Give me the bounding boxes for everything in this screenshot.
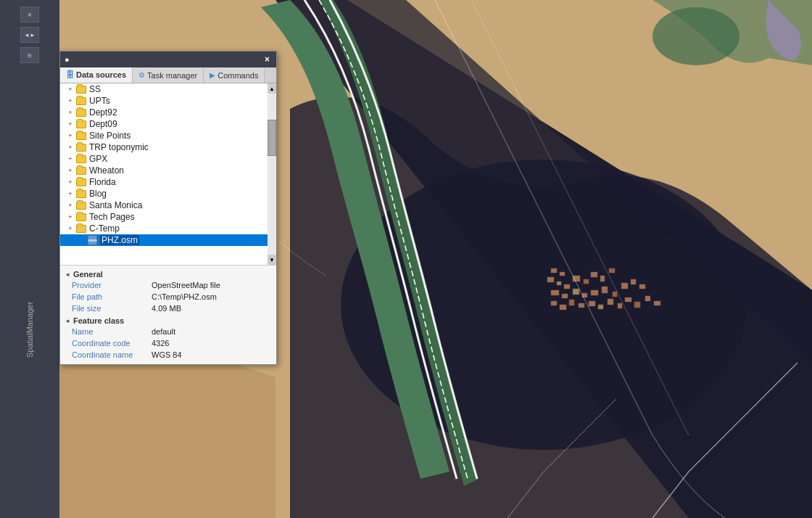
svg-rect-27	[598, 305, 603, 309]
svg-rect-29	[618, 303, 622, 308]
tab-data-sources[interactable]: 🗄 Data sources	[60, 67, 133, 83]
folder-icon-santa-monica	[76, 202, 86, 210]
tree-item-dept09[interactable]: +Dept09	[60, 118, 268, 130]
tree-item-gpx[interactable]: +GPX	[60, 153, 268, 165]
svg-rect-11	[609, 268, 615, 273]
svg-rect-26	[589, 301, 595, 306]
svg-rect-32	[645, 296, 650, 301]
svg-rect-12	[551, 290, 559, 295]
expand-arrow-c-temp[interactable]: +	[66, 224, 75, 233]
commands-icon: ▶	[210, 71, 215, 79]
tab-commands[interactable]: ▶ Commands	[204, 67, 265, 83]
tree-item-trp[interactable]: +TRP toponymic	[60, 141, 268, 153]
tab-task-manager[interactable]: ⚙ Task manager	[133, 67, 204, 83]
prop-coord-name-key: Coordinate name	[72, 350, 152, 361]
prop-filesize: File size 4.09 MB	[60, 303, 276, 315]
prop-filepath: File path C:\Temp\PHZ.osm	[60, 292, 276, 303]
prop-filesize-key: File size	[72, 304, 152, 314]
tree-label-blog: Blog	[89, 189, 107, 199]
svg-rect-10	[600, 276, 605, 281]
svg-rect-28	[608, 299, 613, 305]
panel-titlebar: ● ×	[60, 52, 276, 67]
folder-icon-florida	[76, 178, 86, 186]
tree-item-blog[interactable]: +Blog	[60, 188, 268, 200]
tree-item-upts[interactable]: +UPTs	[60, 95, 268, 107]
svg-rect-19	[621, 283, 628, 289]
tree-item-wheaton[interactable]: +Wheaton	[60, 165, 268, 176]
close-button[interactable]: ×	[20, 7, 39, 22]
folder-icon-blog	[76, 190, 86, 198]
svg-rect-24	[569, 300, 574, 305]
svg-rect-20	[631, 279, 636, 284]
tree-label-dept09: Dept09	[89, 119, 117, 129]
tree-item-santa-monica[interactable]: +Santa Monica	[60, 200, 268, 211]
expand-arrow-wheaton[interactable]: +	[66, 166, 75, 175]
menu-button[interactable]: ≡	[20, 47, 39, 63]
prop-name: Name default	[60, 326, 276, 338]
folder-icon-wheaton	[76, 167, 86, 175]
expand-arrow-dept09[interactable]: +	[66, 120, 75, 128]
tree-label-florida: Florida	[89, 177, 116, 187]
svg-rect-9	[591, 272, 597, 277]
expand-arrow-trp[interactable]: +	[66, 143, 75, 152]
panel: ● × 🗄 Data sources ⚙ Task manager ▶ Comm…	[59, 51, 277, 365]
pan-button[interactable]: ◄►	[20, 27, 39, 43]
expand-arrow-tech-pages[interactable]: +	[66, 213, 75, 221]
tree-scrollbar[interactable]: ▲ ▼	[268, 83, 276, 265]
file-icon-phz-osm: osm	[88, 235, 97, 245]
tree-item-site-points[interactable]: +Site Points	[60, 130, 268, 141]
folder-icon-ss	[76, 86, 86, 94]
feature-class-section-header[interactable]: Feature class	[60, 315, 276, 326]
svg-rect-14	[573, 289, 579, 295]
prop-coord-code: Coordinate code 4326	[60, 338, 276, 350]
general-section-header[interactable]: General	[60, 268, 276, 280]
expand-arrow-gpx[interactable]: +	[66, 155, 75, 163]
svg-point-34	[652, 7, 740, 65]
tree-item-ss[interactable]: +SS	[60, 83, 268, 95]
folder-icon-dept09	[76, 120, 86, 128]
data-sources-icon: 🗄	[66, 70, 74, 79]
tab-data-sources-label: Data sources	[76, 70, 126, 79]
svg-rect-23	[560, 305, 566, 310]
tree-label-phz-osm: PHZ.osm	[100, 235, 139, 245]
tree-item-tech-pages[interactable]: +Tech Pages	[60, 211, 268, 223]
expand-arrow-site-points[interactable]: +	[66, 131, 75, 140]
tree-label-tech-pages: Tech Pages	[89, 212, 135, 222]
folder-icon-dept92	[76, 109, 86, 117]
expand-arrow-blog[interactable]: +	[66, 189, 75, 198]
tree-label-ss: SS	[89, 84, 101, 94]
tree-label-c-temp: C-Temp	[89, 223, 120, 234]
expand-arrow-phz-osm[interactable]	[78, 236, 86, 244]
panel-close-btn[interactable]: ×	[262, 54, 272, 65]
tree-items-container: +SS+UPTs+Dept92+Dept09+Site Points+TRP t…	[60, 83, 276, 246]
tree-item-c-temp[interactable]: +C-Temp	[60, 223, 268, 234]
tree-item-dept92[interactable]: +Dept92	[60, 107, 268, 118]
svg-rect-5	[557, 281, 561, 285]
expand-arrow-dept92[interactable]: +	[66, 108, 75, 117]
expand-arrow-florida[interactable]: +	[66, 178, 75, 186]
tab-commands-label: Commands	[218, 71, 258, 80]
tree-label-santa-monica: Santa Monica	[89, 200, 142, 210]
prop-provider: Provider OpenStreetMap file	[60, 280, 276, 292]
tree-item-phz-osm[interactable]: osmPHZ.osm	[60, 234, 268, 246]
prop-filesize-value: 4.09 MB	[152, 304, 181, 314]
prop-coord-name: Coordinate name WGS 84	[60, 350, 276, 361]
tree-area[interactable]: ▲ ▼ +SS+UPTs+Dept92+Dept09+Site Points+T…	[60, 83, 276, 265]
tree-item-florida[interactable]: +Florida	[60, 176, 268, 188]
expand-arrow-santa-monica[interactable]: +	[66, 201, 75, 210]
tree-label-dept92: Dept92	[89, 107, 117, 118]
panel-title: ●	[65, 55, 70, 64]
svg-rect-16	[591, 290, 598, 295]
tree-label-upts: UPTs	[89, 96, 110, 106]
task-manager-icon: ⚙	[138, 71, 145, 79]
folder-icon-tech-pages	[76, 213, 86, 221]
prop-name-value: default	[152, 327, 175, 337]
prop-name-key: Name	[72, 327, 152, 337]
expand-arrow-ss[interactable]: +	[66, 85, 75, 94]
left-toolbar: × ◄► ≡ SpatialManager	[0, 0, 59, 518]
svg-rect-30	[625, 297, 631, 302]
spatial-manager-label: SpatialManager	[0, 286, 59, 373]
svg-rect-4	[547, 277, 554, 282]
tree-label-wheaton: Wheaton	[89, 165, 124, 176]
expand-arrow-upts[interactable]: +	[66, 96, 75, 105]
